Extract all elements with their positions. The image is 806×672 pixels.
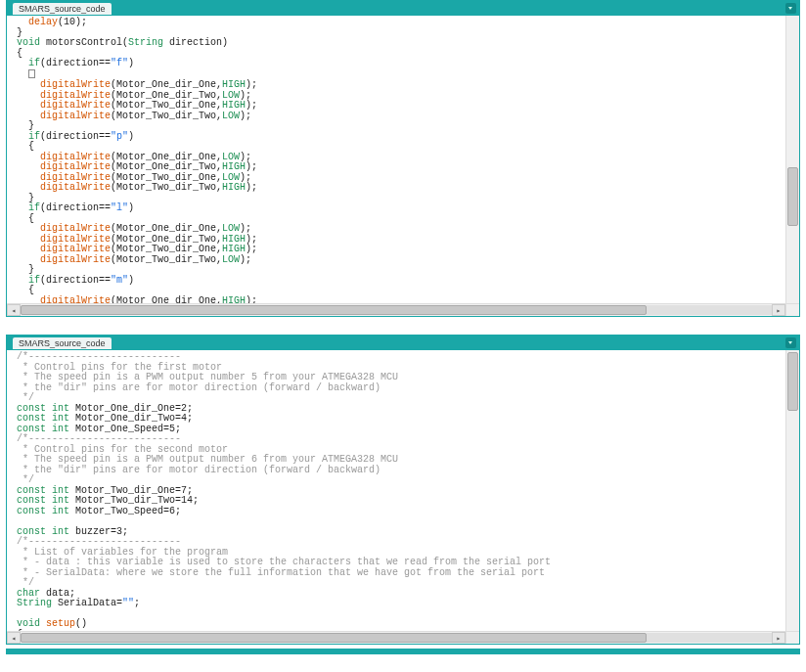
scroll-corner: [785, 303, 799, 316]
scroll-left-icon[interactable]: ◂: [7, 632, 21, 644]
vertical-scroll-thumb[interactable]: [787, 352, 798, 411]
horizontal-scroll-thumb[interactable]: [21, 305, 647, 315]
status-bar: [6, 649, 800, 654]
dropdown-icon[interactable]: [785, 337, 796, 348]
vertical-scrollbar[interactable]: [785, 350, 799, 631]
code-content-top: delay(10); } void motorsControl(String d…: [17, 18, 782, 316]
vertical-scroll-thumb[interactable]: [787, 167, 798, 226]
code-editor-bottom: SMARS_source_code /*--------------------…: [6, 335, 800, 645]
vertical-scrollbar[interactable]: [785, 16, 799, 303]
editor-header: SMARS_source_code: [7, 1, 799, 16]
text-cursor: [28, 69, 35, 78]
scroll-left-icon[interactable]: ◂: [7, 304, 21, 316]
horizontal-scrollbar[interactable]: ◂ ▸: [7, 303, 785, 316]
horizontal-scrollbar[interactable]: ◂ ▸: [7, 631, 785, 644]
file-tab[interactable]: SMARS_source_code: [13, 3, 112, 15]
code-content-bottom: /*-------------------------- * Control p…: [17, 352, 782, 644]
scroll-track[interactable]: [21, 633, 772, 643]
scroll-right-icon[interactable]: ▸: [772, 304, 785, 316]
scroll-corner: [785, 631, 799, 644]
code-editor-top: SMARS_source_code delay(10); } void moto…: [6, 0, 800, 317]
file-tab[interactable]: SMARS_source_code: [13, 337, 112, 349]
scroll-track[interactable]: [21, 305, 772, 315]
dropdown-icon[interactable]: [785, 3, 796, 14]
code-area-bottom[interactable]: /*-------------------------- * Control p…: [7, 350, 799, 644]
scroll-right-icon[interactable]: ▸: [772, 632, 785, 644]
code-area-top[interactable]: delay(10); } void motorsControl(String d…: [7, 16, 799, 316]
horizontal-scroll-thumb[interactable]: [21, 633, 647, 643]
editor-header: SMARS_source_code: [7, 336, 799, 350]
